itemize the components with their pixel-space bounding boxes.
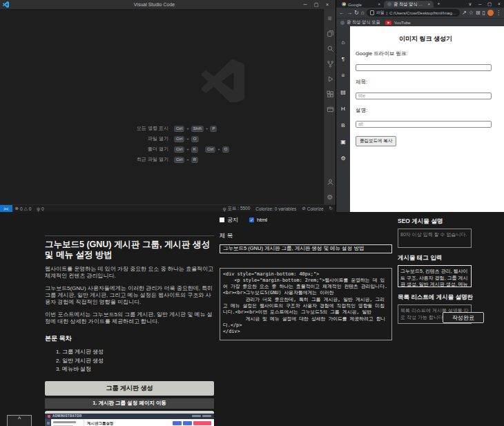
plus-separator: +: [186, 137, 189, 141]
html-checkbox[interactable]: ✓: [249, 217, 254, 222]
broadcast-icon: ψ: [37, 206, 40, 211]
notice-checkbox[interactable]: [220, 217, 224, 222]
keycap: O: [222, 146, 230, 153]
source-control-icon[interactable]: [324, 56, 336, 71]
step-bar: 1. 게시판 그룹 설정 페이지 이동: [45, 398, 214, 409]
close-icon[interactable]: ×: [322, 0, 333, 9]
list-icon[interactable]: ≡: [342, 72, 345, 79]
address-bar[interactable]: 파일 | C:/Users/Crow/Desktop/html/ImageLin…: [367, 9, 460, 17]
url-text: C:/Users/Crow/Desktop/html/ImageLin...: [389, 11, 456, 15]
post-html-code-textarea[interactable]: <div style="margin-bottom: 40px;"> <p st…: [220, 268, 392, 340]
bold-icon[interactable]: B: [341, 122, 345, 129]
close-icon[interactable]: ×: [494, 0, 504, 8]
bookmark-youtube[interactable]: ▶ YouTube: [385, 20, 410, 25]
tab-search-icon[interactable]: ∨: [465, 0, 475, 8]
heading-icon[interactable]: H: [341, 105, 345, 113]
side-panel-icon[interactable]: ▯: [483, 10, 485, 16]
notice-label: 공지: [227, 216, 238, 224]
admin-icon-rail: [45, 419, 51, 426]
maximize-icon[interactable]: ▢: [311, 0, 322, 9]
broadcast-status[interactable]: ψ0: [34, 206, 46, 211]
colorize-vars-label: Colorize: 0 variables: [255, 206, 296, 211]
seo-description-label: SEO 게시물 설명: [398, 217, 503, 226]
toc-item[interactable]: 3. 메뉴바 설정: [56, 365, 214, 374]
book-icon[interactable]: ▤: [340, 88, 346, 96]
bookmark-form-collection[interactable]: 글 작성 양식 모음: [340, 19, 380, 26]
description-input[interactable]: [356, 121, 492, 128]
gear-icon[interactable]: ⚙: [340, 155, 345, 162]
shortcut-keys: Ctrl+KCtrl+O: [174, 146, 261, 153]
run-debug-icon[interactable]: [324, 71, 336, 86]
tab-google[interactable]: Google ×: [338, 1, 384, 8]
vscode-status-bar: >< ⊗0 △0 ψ0 ψ포트 : 5500 Colorize: 0 varia…: [0, 204, 336, 212]
file-scheme-icon: [370, 10, 374, 15]
settings-gear-icon[interactable]: ⚙: [324, 189, 336, 204]
forward-icon[interactable]: →: [347, 10, 352, 16]
remote-indicator[interactable]: ><: [0, 205, 12, 213]
image-icon[interactable]: ▣: [340, 138, 346, 146]
search-icon[interactable]: [324, 41, 336, 56]
toc-item[interactable]: 1. 그룹 게시판 생성: [56, 348, 214, 357]
youtube-icon: ▶: [385, 21, 391, 25]
port-label: 포트 : 5500: [227, 206, 250, 212]
minimize-icon[interactable]: ─: [300, 0, 311, 9]
seo-description-textarea[interactable]: [398, 229, 472, 248]
refresh-icon[interactable]: ↻: [327, 206, 336, 211]
title-input[interactable]: [356, 93, 492, 99]
admin-navbar: ADMINISTRATOR: [45, 414, 214, 419]
bookmarks-bar: 글 작성 양식 모음 ▶ YouTube: [336, 18, 504, 26]
tab-active-form-collection[interactable]: 글 작성 양식 모음 ×: [384, 1, 434, 8]
post-title-input[interactable]: [220, 244, 392, 253]
window-controls: ∨ ─ ▢ ×: [465, 0, 504, 8]
shortcut-label: 모든 명령 표시: [102, 125, 168, 132]
live-server-port-status[interactable]: ψ포트 : 5500: [220, 206, 253, 212]
post-options-row: 공지 ✓ html: [220, 216, 392, 224]
page-side-toolbar: ⌂ ¶ ≡ ▤ H B ▣ ⚙: [336, 26, 350, 212]
home-icon[interactable]: ⌂: [342, 39, 345, 46]
plus-separator: +: [186, 147, 189, 151]
extensions-icon[interactable]: [324, 86, 336, 101]
keycap: K: [191, 146, 198, 153]
back-icon[interactable]: ←: [339, 10, 345, 16]
kebab-menu-icon[interactable]: ⋮: [496, 10, 501, 16]
drive-link-input[interactable]: [356, 64, 492, 71]
post-editor-section: 그누보드5 (GNU) 게시판 그룹, 게시판 생성 및 메뉴 설정 방법 웹사…: [0, 212, 504, 426]
group-board-create-button[interactable]: 그룹 게시판 생성: [45, 381, 214, 396]
toc-item[interactable]: 2. 일반 게시판 생성: [56, 357, 214, 366]
bookmark-label: YouTube: [394, 20, 410, 25]
minimize-icon[interactable]: ─: [475, 0, 485, 8]
accounts-icon[interactable]: [324, 174, 336, 189]
home-icon[interactable]: ⌂: [361, 10, 365, 16]
tags-textarea[interactable]: 그누보드5, 컨텐츠 관리, 웹사이트 구조, 사용자 경험, 그룹 게시판 생…: [398, 265, 472, 287]
tab-close-icon[interactable]: ×: [427, 2, 430, 6]
admin-brand: ADMINISTRATOR: [52, 414, 82, 418]
problems-status[interactable]: ⊗0 △0: [12, 206, 35, 211]
colorize-variables-status[interactable]: Colorize: 0 variables: [253, 206, 299, 211]
paragraph-icon[interactable]: ¶: [342, 55, 345, 63]
share-icon[interactable]: ↗: [462, 10, 467, 16]
bookmark-star-icon[interactable]: ☆: [469, 10, 474, 16]
explorer-icon[interactable]: [324, 26, 336, 41]
description-label: 설명:: [356, 107, 496, 114]
submit-button[interactable]: 작성완료: [443, 312, 484, 323]
maximize-icon[interactable]: ▢: [485, 0, 494, 8]
browser-content: ⌂ ¶ ≡ ▤ H B ▣ ⚙ 이미지 링크 생성기 Google 드라이브 링…: [336, 26, 504, 212]
menu-hamburger-icon[interactable]: ≡: [324, 10, 336, 26]
chrome-window: Google × 글 작성 양식 모음 × + ∨ ─ ▢ × ← → ↻ ⌂: [336, 0, 504, 212]
admin-top-buttons: [173, 421, 211, 425]
tab-title: Google: [348, 2, 376, 7]
tab-close-icon[interactable]: ×: [378, 2, 380, 6]
live-preview-icon[interactable]: [324, 101, 336, 117]
refresh-icon[interactable]: ↻: [354, 10, 359, 16]
screen: Visual Studio Code ─ ▢ × 모든 명령 표시 Ctrl+S…: [0, 0, 504, 426]
scroll-top-button[interactable]: ^: [7, 415, 32, 426]
preview-paragraph: 이번 포스트에서는 그누보드5의 그룹 게시판, 일반 게시판 및 메뉴 설정에…: [45, 311, 214, 325]
copy-to-clipboard-button[interactable]: 클립보드에 복사: [356, 136, 396, 146]
colorize-toggle-status[interactable]: ⊘Colorize: [299, 206, 326, 211]
vscode-welcome-shortcuts: 모든 명령 표시 Ctrl+Shift+P 파일 열기 Ctrl+O 폴더 열기…: [102, 125, 261, 163]
broadcast-count: 0: [41, 206, 44, 211]
extensions-puzzle-icon[interactable]: ⊞: [476, 10, 481, 16]
page-favicon: [387, 2, 391, 6]
profile-avatar[interactable]: [487, 10, 494, 16]
new-tab-icon[interactable]: +: [434, 1, 444, 8]
